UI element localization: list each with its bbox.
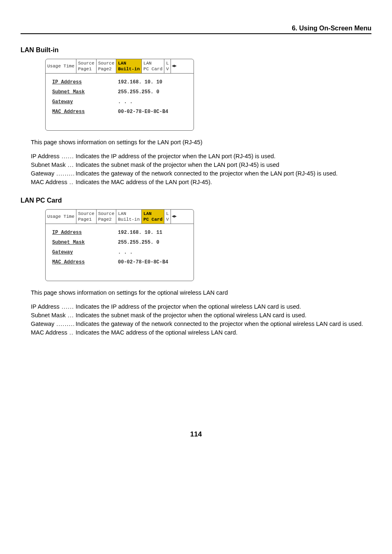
tab-scroll-icons[interactable]: ◀▶ <box>171 59 178 73</box>
def-ip: IP AddressIndicates the IP address of th… <box>31 303 371 310</box>
tab-source-page1[interactable]: SourcePage1 <box>76 59 97 73</box>
page-content: 6. Using On-Screen Menu LAN Built-in Usa… <box>0 0 392 455</box>
def-gw: GatewayIndicates the gateway of the netw… <box>31 170 371 177</box>
row-mask: Subnet Mask255.255.255. 0 <box>52 240 187 245</box>
row-ip: IP Address192.168. 10. 10 <box>52 79 187 85</box>
tab-usage-time[interactable]: Usage Time <box>46 210 76 224</box>
chapter-header: 6. Using On-Screen Menu <box>21 25 371 34</box>
def-gw: GatewayIndicates the gateway of the netw… <box>31 321 371 327</box>
tab-source-page2[interactable]: SourcePage2 <box>97 59 117 73</box>
tab-more[interactable]: LV <box>164 59 171 73</box>
row-mac: MAC Address00-02-78-E0-8C-B4 <box>52 109 187 115</box>
osd-body: IP Address192.168. 10. 10 Subnet Mask255… <box>46 74 194 130</box>
osd-panel-pccard: Usage Time SourcePage1 SourcePage2 LANBu… <box>45 209 194 281</box>
row-mac: MAC Address00-02-78-E0-8C-B4 <box>52 259 187 265</box>
tab-scroll-icons[interactable]: ◀▶ <box>171 210 178 224</box>
tab-source-page2[interactable]: SourcePage2 <box>97 210 117 224</box>
section-title-lan-builtin: LAN Built-in <box>21 46 371 54</box>
tab-lan-pccard[interactable]: LANPC Card <box>142 59 164 73</box>
desc-builtin: This page shows information on settings … <box>31 139 371 145</box>
row-mask: Subnet Mask255.255.255. 0 <box>52 89 187 95</box>
def-mask: Subnet MaskIndicates the subnet mask of … <box>31 162 371 168</box>
row-gw: Gateway . . . <box>52 249 187 255</box>
tab-lan-builtin[interactable]: LANBuilt-in <box>116 210 142 224</box>
tab-lan-pccard[interactable]: LANPC Card <box>142 210 164 224</box>
tab-source-page1[interactable]: SourcePage1 <box>76 210 97 224</box>
osd-body: IP Address192.168. 10. 11 Subnet Mask255… <box>46 224 194 281</box>
def-mask: Subnet MaskIndicates the subnet mask of … <box>31 312 371 319</box>
page-number: 114 <box>21 430 371 439</box>
def-ip: IP AddressIndicates the IP address of th… <box>31 153 371 159</box>
tab-lan-builtin[interactable]: LANBuilt-in <box>116 59 142 73</box>
osd-panel-builtin: Usage Time SourcePage1 SourcePage2 LANBu… <box>45 59 194 131</box>
tab-bar: Usage Time SourcePage1 SourcePage2 LANBu… <box>46 59 194 74</box>
desc-pccard: This page shows information on settings … <box>31 289 371 296</box>
tab-bar: Usage Time SourcePage1 SourcePage2 LANBu… <box>46 210 194 224</box>
chapter-title: 6. Using On-Screen Menu <box>292 25 371 32</box>
section-title-lan-pccard: LAN PC Card <box>21 197 371 204</box>
row-gw: Gateway . . . <box>52 99 187 105</box>
tab-more[interactable]: LV <box>164 210 171 224</box>
def-mac: MAC AddressIndicates the MAC address of … <box>31 179 371 185</box>
definitions-builtin: IP AddressIndicates the IP address of th… <box>31 153 371 185</box>
definitions-pccard: IP AddressIndicates the IP address of th… <box>31 303 371 336</box>
row-ip: IP Address192.168. 10. 11 <box>52 230 187 235</box>
def-mac: MAC AddressIndicates the MAC address of … <box>31 329 371 336</box>
tab-usage-time[interactable]: Usage Time <box>46 59 76 73</box>
